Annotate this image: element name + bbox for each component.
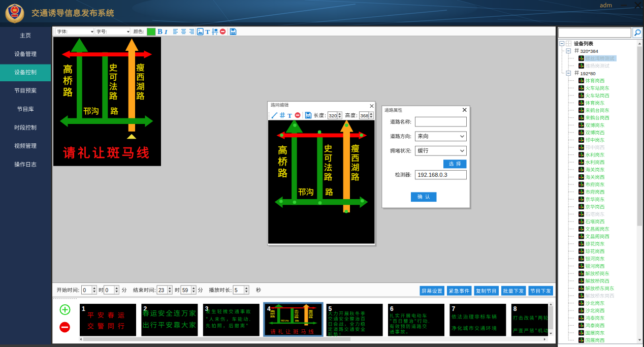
- svg-text:T: T: [287, 112, 292, 119]
- svg-text:320*384: 320*384: [581, 48, 598, 54]
- svg-text:7: 7: [452, 305, 455, 312]
- svg-text:B: B: [157, 27, 163, 36]
- svg-text:192*80: 192*80: [581, 71, 596, 76]
- svg-text:192.168.0.3: 192.168.0.3: [418, 172, 447, 178]
- svg-text:320: 320: [329, 113, 337, 118]
- svg-text:368: 368: [361, 113, 369, 118]
- svg-text:1: 1: [82, 305, 85, 312]
- svg-text:T: T: [205, 28, 210, 36]
- svg-text:I: I: [164, 28, 168, 36]
- svg-text:59: 59: [182, 288, 188, 293]
- svg-text:5: 5: [235, 288, 238, 293]
- svg-text:4: 4: [267, 305, 271, 312]
- svg-text:6: 6: [390, 305, 394, 312]
- svg-text:0: 0: [83, 288, 86, 293]
- svg-text:8: 8: [513, 305, 517, 312]
- svg-text:0: 0: [106, 288, 109, 293]
- svg-text:23: 23: [158, 288, 165, 293]
